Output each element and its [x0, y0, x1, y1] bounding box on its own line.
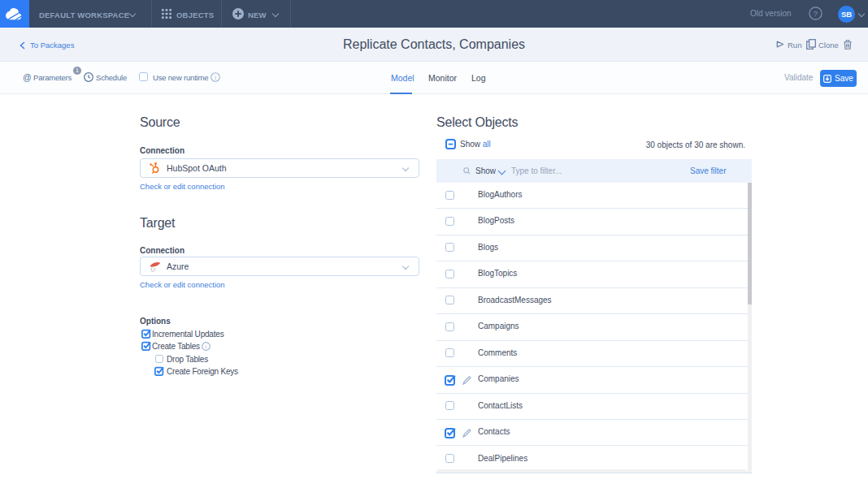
svg-text:i: i	[215, 74, 216, 81]
svg-text:i: i	[206, 343, 207, 349]
svg-text:?: ?	[814, 9, 818, 18]
